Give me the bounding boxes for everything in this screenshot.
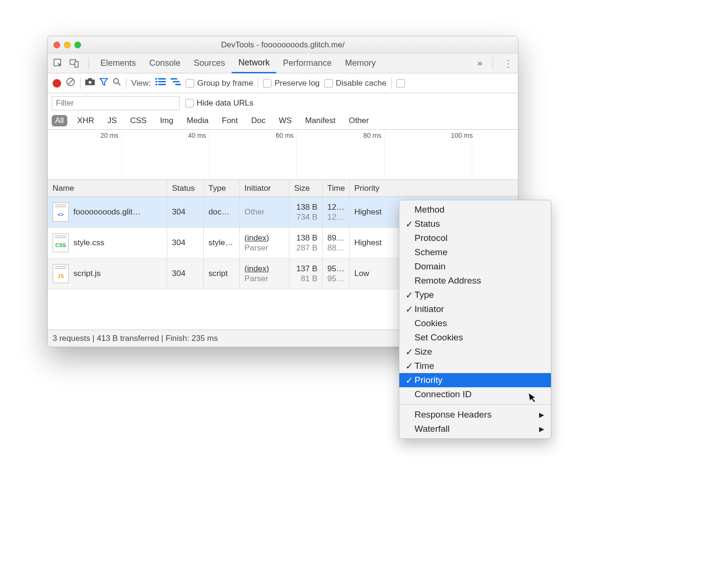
column-context-menu: Method✓StatusProtocolSchemeDomainRemote … xyxy=(399,200,551,439)
col-priority[interactable]: Priority xyxy=(350,180,388,196)
close-window-button[interactable] xyxy=(54,42,60,48)
cell-priority: Highest xyxy=(350,228,388,258)
filter-input[interactable] xyxy=(52,96,180,110)
tab-console[interactable]: Console xyxy=(143,53,187,73)
submenu-arrow-icon: ▶ xyxy=(539,425,544,433)
filter-type-all[interactable]: All xyxy=(52,115,67,126)
menu-item-priority[interactable]: ✓Priority xyxy=(399,373,551,387)
col-type[interactable]: Type xyxy=(204,180,240,196)
initiator-link[interactable]: (index) xyxy=(244,264,284,274)
offline-checkbox[interactable] xyxy=(397,79,405,88)
svg-line-9 xyxy=(118,83,120,85)
clear-button[interactable] xyxy=(66,77,75,89)
menu-item-waterfall[interactable]: Waterfall▶ xyxy=(399,422,551,436)
file-type-icon: CSS xyxy=(55,242,66,248)
timeline-tick: 40 ms xyxy=(188,132,206,139)
request-name: style.css xyxy=(73,238,104,248)
filter-type-img[interactable]: Img xyxy=(157,115,177,126)
menu-item-domain[interactable]: Domain xyxy=(399,259,551,274)
device-toggle-icon[interactable] xyxy=(68,57,81,70)
timeline-tick: 80 ms xyxy=(363,132,381,139)
menu-item-type[interactable]: ✓Type xyxy=(399,288,551,302)
filter-type-other[interactable]: Other xyxy=(345,115,372,126)
preserve-log-checkbox[interactable]: Preserve log xyxy=(263,79,319,88)
menu-item-response-headers[interactable]: Response Headers▶ xyxy=(399,408,551,422)
col-status[interactable]: Status xyxy=(167,180,204,196)
svg-rect-15 xyxy=(158,84,166,85)
tab-network[interactable]: Network xyxy=(232,53,276,73)
disable-cache-checkbox[interactable]: Disable cache xyxy=(324,79,387,88)
record-button[interactable] xyxy=(53,79,61,88)
network-toolbar: View: Group by frame Preserve log Disabl… xyxy=(48,73,518,93)
menu-item-time[interactable]: ✓Time xyxy=(399,359,551,373)
menu-item-remote-address[interactable]: Remote Address xyxy=(399,274,551,288)
timeline-tick: 100 ms xyxy=(451,132,473,139)
menu-item-status[interactable]: ✓Status xyxy=(399,217,551,231)
col-initiator[interactable]: Initiator xyxy=(240,180,289,196)
check-icon: ✓ xyxy=(404,290,415,301)
menu-item-cookies[interactable]: Cookies xyxy=(399,316,551,330)
col-size[interactable]: Size xyxy=(289,180,323,196)
filter-type-media[interactable]: Media xyxy=(183,115,212,126)
filter-icon[interactable] xyxy=(99,78,108,89)
check-icon: ✓ xyxy=(404,375,415,386)
tab-memory[interactable]: Memory xyxy=(338,53,382,73)
col-time[interactable]: Time xyxy=(323,180,350,196)
menu-item-initiator[interactable]: ✓Initiator xyxy=(399,302,551,316)
tabs-overflow-icon[interactable]: » xyxy=(478,58,482,68)
menu-item-scheme[interactable]: Scheme xyxy=(399,245,551,259)
hide-data-urls-checkbox[interactable]: Hide data URLs xyxy=(185,98,253,108)
menu-item-set-cookies[interactable]: Set Cookies xyxy=(399,330,551,345)
list-view-icon[interactable] xyxy=(155,78,166,88)
devtools-tabs: ElementsConsoleSourcesNetworkPerformance… xyxy=(48,53,518,73)
cell-time: 89…88… xyxy=(323,228,350,258)
svg-rect-17 xyxy=(173,81,180,82)
table-header: Name Status Type Initiator Size Time Pri… xyxy=(48,180,518,197)
tab-elements[interactable]: Elements xyxy=(94,53,143,73)
waterfall-view-icon[interactable] xyxy=(171,78,181,88)
svg-rect-13 xyxy=(158,81,166,82)
filter-type-css[interactable]: CSS xyxy=(127,115,150,126)
svg-rect-2 xyxy=(75,62,78,67)
window-title: DevTools - foooooooods.glitch.me/ xyxy=(48,40,518,50)
svg-rect-11 xyxy=(158,78,166,80)
inspect-element-icon[interactable] xyxy=(52,57,65,70)
col-name[interactable]: Name xyxy=(48,180,167,196)
cell-size: 138 B734 B xyxy=(289,197,323,227)
filter-type-ws[interactable]: WS xyxy=(276,115,295,126)
svg-rect-6 xyxy=(88,78,92,80)
zoom-window-button[interactable] xyxy=(74,42,81,48)
cell-priority: Low xyxy=(350,258,388,289)
tab-performance[interactable]: Performance xyxy=(276,53,338,73)
cell-type: script xyxy=(204,258,240,289)
view-label: View: xyxy=(131,79,151,88)
svg-line-4 xyxy=(68,80,73,84)
svg-rect-16 xyxy=(171,78,177,80)
minimize-window-button[interactable] xyxy=(64,42,71,48)
filter-type-font[interactable]: Font xyxy=(218,115,241,126)
cell-time: 95…95… xyxy=(323,258,350,289)
group-by-frame-checkbox[interactable]: Group by frame xyxy=(186,79,253,88)
timeline-overview[interactable]: 20 ms40 ms60 ms80 ms100 ms xyxy=(48,130,518,180)
menu-item-method[interactable]: Method xyxy=(399,203,551,217)
filter-bar: Hide data URLs AllXHRJSCSSImgMediaFontDo… xyxy=(48,93,518,130)
submenu-arrow-icon: ▶ xyxy=(539,411,544,419)
menu-item-size[interactable]: ✓Size xyxy=(399,345,551,359)
capture-screenshot-icon[interactable] xyxy=(85,78,95,88)
menu-item-protocol[interactable]: Protocol xyxy=(399,231,551,245)
svg-point-7 xyxy=(89,81,91,84)
cell-size: 138 B287 B xyxy=(289,228,323,258)
menu-item-connection-id[interactable]: Connection ID xyxy=(399,387,551,401)
filter-type-doc[interactable]: Doc xyxy=(248,115,269,126)
initiator-link[interactable]: (index) xyxy=(244,233,284,243)
filter-type-js[interactable]: JS xyxy=(104,115,120,126)
search-icon[interactable] xyxy=(113,78,121,89)
settings-kebab-icon[interactable]: ⋮ xyxy=(504,58,514,69)
svg-rect-18 xyxy=(175,84,181,85)
cell-type: style… xyxy=(204,228,240,258)
filter-type-xhr[interactable]: XHR xyxy=(74,115,98,126)
filter-type-manifest[interactable]: Manifest xyxy=(302,115,339,126)
traffic-lights xyxy=(54,42,81,48)
check-icon: ✓ xyxy=(404,361,415,372)
tab-sources[interactable]: Sources xyxy=(187,53,232,73)
